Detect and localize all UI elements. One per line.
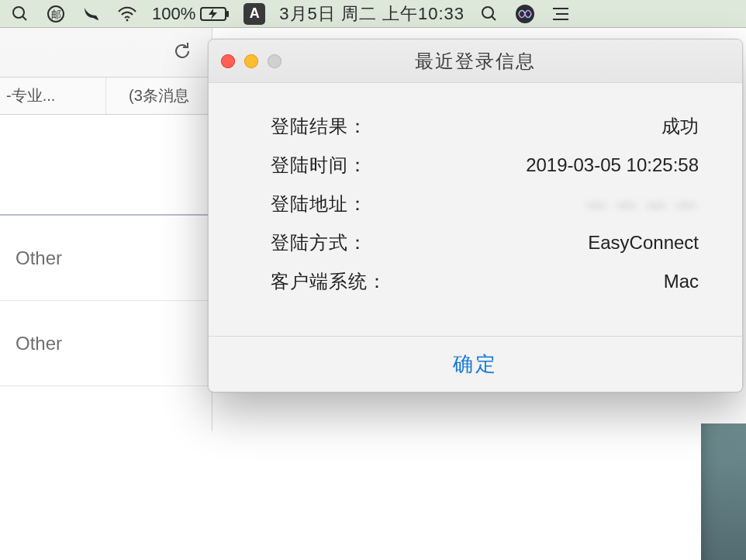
svg-line-1 — [22, 16, 26, 20]
menubar-datetime[interactable]: 3月5日 周二 上午10:33 — [279, 2, 465, 26]
svg-point-8 — [482, 7, 493, 18]
login-info-dialog: 最近登录信息 登陆结果： 成功 登陆时间： 2019-03-05 10:25:5… — [208, 39, 743, 392]
value-login-address: — — — — — [410, 193, 699, 215]
ok-button[interactable]: 确定 — [453, 351, 498, 378]
value-client-os: Mac — [410, 271, 699, 292]
dialog-titlebar: 最近登录信息 — [209, 40, 742, 83]
dialog-content: 登陆结果： 成功 登陆时间： 2019-03-05 10:25:58 登陆地址：… — [209, 83, 742, 336]
window-controls — [221, 54, 281, 68]
dialog-title: 最近登录信息 — [415, 49, 536, 74]
notification-center-icon[interactable] — [550, 3, 572, 25]
label-login-time: 登陆时间： — [271, 153, 410, 178]
svg-marker-7 — [209, 9, 217, 19]
bg-tab-left[interactable]: -专业... — [0, 78, 106, 114]
svg-point-0 — [13, 7, 24, 18]
input-method-indicator[interactable]: A — [243, 3, 265, 25]
list-item[interactable]: Other — [0, 301, 212, 386]
dialog-footer: 确定 — [209, 336, 742, 392]
bg-tabs: -专业... (3条消息 — [0, 78, 212, 115]
row-login-result: 登陆结果： 成功 — [271, 114, 699, 139]
zoom-button[interactable] — [268, 54, 281, 68]
bg-selected-area — [0, 115, 212, 216]
value-login-result: 成功 — [410, 114, 699, 139]
reload-button[interactable] — [171, 40, 193, 65]
battery-charging-icon — [200, 6, 230, 22]
background-window: -专业... (3条消息 Other Other — [0, 28, 212, 431]
spotlight-left-icon[interactable] — [9, 3, 31, 25]
close-button[interactable] — [221, 54, 235, 68]
row-login-address: 登陆地址： — — — — — [271, 192, 699, 216]
battery-pct: 100% — [152, 4, 195, 24]
minimize-button[interactable] — [244, 54, 258, 68]
row-login-method: 登陆方式： EasyConnect — [271, 230, 699, 255]
bird-icon[interactable] — [81, 3, 102, 25]
label-login-result: 登陆结果： — [271, 114, 410, 139]
mail-icon[interactable]: 邮 — [45, 3, 67, 25]
siri-icon[interactable] — [514, 3, 536, 25]
desktop-wallpaper-peek — [701, 423, 746, 560]
svg-text:邮: 邮 — [51, 9, 61, 20]
label-login-method: 登陆方式： — [271, 230, 410, 255]
menubar: 邮 100% A 3月5日 周二 上午10:33 — [0, 0, 746, 28]
svg-line-9 — [492, 16, 496, 20]
list-item[interactable]: Other — [0, 216, 212, 301]
row-login-time: 登陆时间： 2019-03-05 10:25:58 — [271, 153, 699, 178]
value-login-time: 2019-03-05 10:25:58 — [410, 154, 699, 176]
svg-rect-6 — [226, 11, 229, 17]
search-icon[interactable] — [478, 3, 500, 25]
bg-tab-right[interactable]: (3条消息 — [106, 78, 212, 114]
wifi-icon[interactable] — [116, 3, 138, 25]
svg-point-4 — [126, 19, 129, 21]
label-login-address: 登陆地址： — [271, 192, 410, 216]
bg-toolbar — [0, 28, 212, 78]
value-login-method: EasyConnect — [410, 232, 699, 254]
row-client-os: 客户端系统： Mac — [271, 269, 699, 294]
battery-status[interactable]: 100% — [152, 4, 230, 24]
label-client-os: 客户端系统： — [271, 269, 410, 294]
